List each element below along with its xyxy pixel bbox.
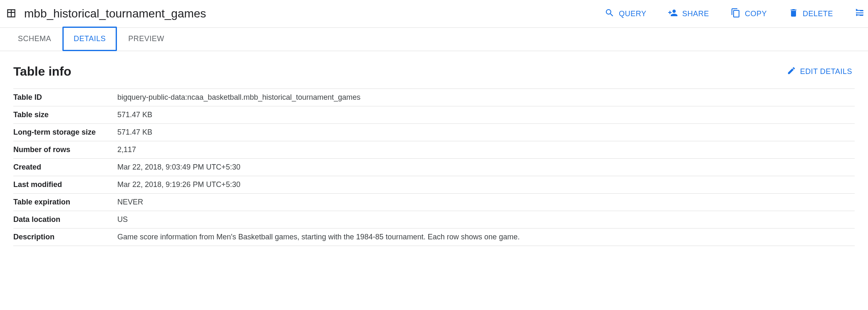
info-key: Description	[13, 229, 117, 246]
search-icon	[605, 8, 615, 20]
delete-label: DELETE	[803, 10, 833, 18]
info-row: Table size571.47 KB	[13, 106, 855, 124]
info-value: NEVER	[117, 194, 855, 211]
section-header: Table info EDIT DETAILS	[13, 64, 855, 89]
info-row: Long-term storage size571.47 KB	[13, 124, 855, 141]
info-key: Table expiration	[13, 194, 117, 211]
info-row: Data locationUS	[13, 211, 855, 229]
info-value: bigquery-public-data:ncaa_basketball.mbb…	[117, 89, 855, 106]
trash-icon	[789, 8, 799, 20]
overflow-button[interactable]	[852, 6, 865, 22]
copy-label: COPY	[745, 10, 767, 18]
delete-button[interactable]: DELETE	[786, 6, 836, 22]
info-key: Long-term storage size	[13, 124, 117, 141]
info-row: Number of rows2,117	[13, 141, 855, 159]
person-add-icon	[668, 8, 678, 20]
pencil-icon	[787, 66, 796, 77]
tab-preview[interactable]: PREVIEW	[117, 27, 176, 51]
copy-icon	[731, 8, 741, 20]
share-label: SHARE	[682, 10, 709, 18]
info-key: Created	[13, 159, 117, 176]
query-label: QUERY	[619, 10, 646, 18]
copy-button[interactable]: COPY	[728, 6, 769, 22]
info-value: 2,117	[117, 141, 855, 159]
info-key: Table size	[13, 106, 117, 124]
edit-details-button[interactable]: EDIT DETAILS	[784, 66, 855, 78]
info-value: Mar 22, 2018, 9:03:49 PM UTC+5:30	[117, 159, 855, 176]
info-row: Table IDbigquery-public-data:ncaa_basket…	[13, 89, 855, 106]
section-title: Table info	[13, 64, 71, 79]
header-actions: QUERY SHARE COPY DELETE	[602, 6, 868, 22]
overflow-icon	[855, 8, 865, 20]
info-row: CreatedMar 22, 2018, 9:03:49 PM UTC+5:30	[13, 159, 855, 176]
info-value: 571.47 KB	[117, 106, 855, 124]
share-button[interactable]: SHARE	[665, 6, 712, 22]
tab-schema[interactable]: SCHEMA	[7, 27, 62, 51]
info-row: Last modifiedMar 22, 2018, 9:19:26 PM UT…	[13, 176, 855, 194]
info-row: Table expirationNEVER	[13, 194, 855, 211]
info-value: Game score information from Men's Basket…	[117, 229, 855, 246]
info-row: DescriptionGame score information from M…	[13, 229, 855, 246]
tab-details[interactable]: DETAILS	[62, 27, 117, 51]
info-key: Last modified	[13, 176, 117, 194]
content: Table info EDIT DETAILS Table IDbigquery…	[0, 51, 868, 246]
info-key: Number of rows	[13, 141, 117, 159]
info-value: US	[117, 211, 855, 229]
page-header: mbb_historical_tournament_games QUERY SH…	[0, 0, 868, 28]
table-icon	[6, 8, 17, 20]
info-value: 571.47 KB	[117, 124, 855, 141]
tab-bar: SCHEMA DETAILS PREVIEW	[0, 28, 868, 51]
header-left: mbb_historical_tournament_games	[6, 7, 206, 20]
edit-details-label: EDIT DETAILS	[800, 67, 852, 76]
info-key: Table ID	[13, 89, 117, 106]
info-key: Data location	[13, 211, 117, 229]
info-value: Mar 22, 2018, 9:19:26 PM UTC+5:30	[117, 176, 855, 194]
page-title: mbb_historical_tournament_games	[24, 7, 206, 20]
table-info: Table IDbigquery-public-data:ncaa_basket…	[13, 89, 855, 246]
query-button[interactable]: QUERY	[602, 6, 649, 22]
